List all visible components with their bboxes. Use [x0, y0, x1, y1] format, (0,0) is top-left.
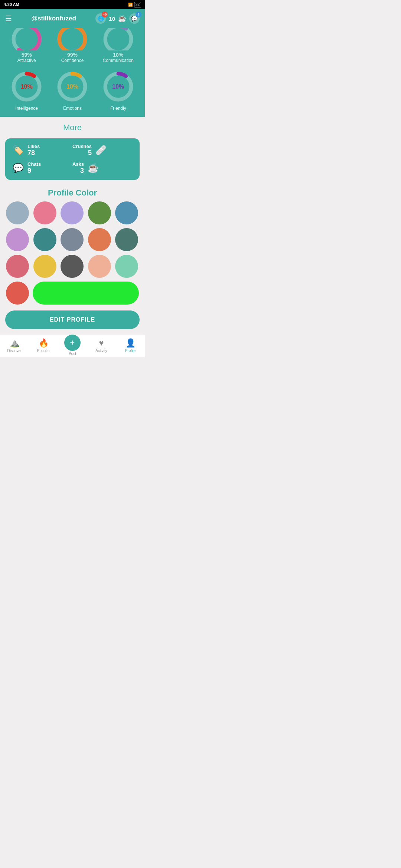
donut-communication — [101, 28, 136, 50]
stat-asks: ☕ Asks 3 — [72, 161, 132, 175]
color-option-6[interactable] — [6, 228, 29, 251]
profile-nav-icon: 👤 — [125, 338, 136, 348]
profile-label: Profile — [125, 349, 136, 353]
activity-label: Activity — [95, 349, 107, 353]
emotions-label: Emotions — [63, 106, 82, 111]
more-title: More — [5, 123, 140, 132]
post-label: Post — [69, 352, 76, 356]
globe-badge[interactable]: 🌐 +9 — [95, 13, 106, 24]
confidence-percent: 99% — [67, 52, 78, 58]
nav-post[interactable]: + Post — [58, 338, 87, 356]
discover-label: Discover — [7, 349, 22, 353]
chat-notification-badge: 7 — [136, 11, 141, 17]
color-option-7[interactable] — [33, 228, 56, 251]
status-bar: 4:30 AM 📶 32 — [0, 0, 145, 9]
post-icon: + — [70, 338, 75, 348]
attractive-percent: 59% — [22, 52, 32, 58]
nav-activity[interactable]: ♥ Activity — [87, 338, 116, 356]
color-grid — [0, 201, 145, 278]
nav-popular[interactable]: 🔥 Popular — [29, 338, 58, 356]
chart-communication: 10% Communication — [98, 28, 138, 69]
color-option-green-pill[interactable] — [33, 282, 139, 305]
stats-card: 🏷️ Likes 78 🩹 Crushes 5 💬 Chats 9 ☕ Asks… — [5, 138, 140, 180]
chart-friendly: 10% Friendly — [98, 69, 138, 111]
asks-icon: ☕ — [88, 163, 99, 173]
communication-label: Communication — [103, 58, 134, 63]
chart-emotions: 10% Emotions — [52, 69, 93, 111]
popular-icon: 🔥 — [39, 338, 49, 348]
post-button[interactable]: + — [64, 335, 81, 351]
more-section: More — [0, 117, 145, 135]
color-option-15[interactable] — [115, 255, 138, 278]
emotions-label-inner: 10% — [66, 83, 78, 90]
color-option-2[interactable] — [33, 201, 56, 224]
username: @stillkonfuzed — [31, 15, 76, 22]
crushes-label: Crushes — [72, 144, 92, 149]
bottom-charts-section: 10% Intelligence 10% Emotions — [0, 69, 145, 117]
color-option-8[interactable] — [61, 228, 84, 251]
donut-emotions: 10% — [55, 69, 90, 104]
color-option-13[interactable] — [61, 255, 84, 278]
activity-icon: ♥ — [99, 338, 104, 348]
chats-label: Chats — [27, 161, 41, 167]
header-icons: 🌐 +9 10 ☕ 💬 7 — [95, 13, 140, 24]
notif-count: 10 — [109, 16, 115, 22]
friendly-percent: 10% — [112, 83, 124, 90]
bottom-color-row — [0, 282, 145, 305]
color-option-3[interactable] — [61, 201, 84, 224]
chat-badge[interactable]: 💬 7 — [129, 13, 140, 24]
color-option-red[interactable] — [6, 282, 29, 305]
emotions-percent: 10% — [66, 83, 78, 90]
color-option-10[interactable] — [115, 228, 138, 251]
top-charts-section: 59% Attractive 99% Confidence 10% Commun… — [0, 28, 145, 69]
friendly-label-inner: 10% — [112, 83, 124, 90]
confidence-label: Confidence — [61, 58, 84, 63]
color-option-11[interactable] — [6, 255, 29, 278]
asks-value: 3 — [72, 167, 84, 175]
color-option-9[interactable] — [88, 228, 111, 251]
header: ☰ @stillkonfuzed 🌐 +9 10 ☕ 💬 7 — [0, 9, 145, 28]
color-option-1[interactable] — [6, 201, 29, 224]
likes-value: 78 — [27, 149, 40, 157]
communication-percent: 10% — [113, 52, 123, 58]
color-option-12[interactable] — [33, 255, 56, 278]
chats-value: 9 — [27, 167, 41, 175]
donut-friendly: 10% — [101, 69, 136, 104]
asks-label: Asks — [72, 161, 84, 167]
intelligence-percent: 10% — [21, 83, 33, 90]
intelligence-label-inner: 10% — [21, 83, 33, 90]
svg-point-4 — [105, 28, 131, 50]
time: 4:30 AM — [4, 2, 19, 7]
stat-chats: 💬 Chats 9 — [13, 161, 72, 175]
friendly-label: Friendly — [110, 106, 126, 111]
donut-confidence — [55, 28, 90, 50]
crushes-icon: 🩹 — [95, 145, 107, 155]
color-option-14[interactable] — [88, 255, 111, 278]
likes-icon: 🏷️ — [13, 145, 24, 155]
color-option-4[interactable] — [88, 201, 111, 224]
signal-icon: 📶 — [128, 3, 133, 7]
menu-icon[interactable]: ☰ — [5, 14, 12, 23]
color-option-5[interactable] — [115, 201, 138, 224]
stat-crushes: 🩹 Crushes 5 — [72, 144, 132, 157]
profile-color-title: Profile Color — [0, 183, 145, 201]
chart-intelligence: 10% Intelligence — [6, 69, 47, 111]
chart-attractive: 59% Attractive — [6, 28, 47, 69]
crushes-value: 5 — [72, 149, 92, 157]
bottom-nav: ⛰️ Discover 🔥 Popular + Post ♥ Activity … — [0, 335, 145, 357]
nav-profile[interactable]: 👤 Profile — [116, 338, 145, 356]
nav-discover[interactable]: ⛰️ Discover — [0, 338, 29, 356]
popular-label: Popular — [37, 349, 50, 353]
discover-icon: ⛰️ — [10, 338, 20, 348]
chats-text: Chats 9 — [27, 161, 41, 175]
asks-text: Asks 3 — [72, 161, 84, 175]
svg-point-3 — [59, 28, 85, 50]
coffee-icon[interactable]: ☕ — [118, 14, 126, 23]
edit-profile-button[interactable]: EDIT PROFILE — [5, 310, 140, 329]
intelligence-label: Intelligence — [15, 106, 38, 111]
battery: 32 — [134, 2, 141, 7]
chart-confidence: 99% Confidence — [52, 28, 93, 69]
likes-text: Likes 78 — [27, 144, 40, 157]
attractive-label: Attractive — [17, 58, 36, 63]
chats-icon: 💬 — [13, 163, 24, 173]
